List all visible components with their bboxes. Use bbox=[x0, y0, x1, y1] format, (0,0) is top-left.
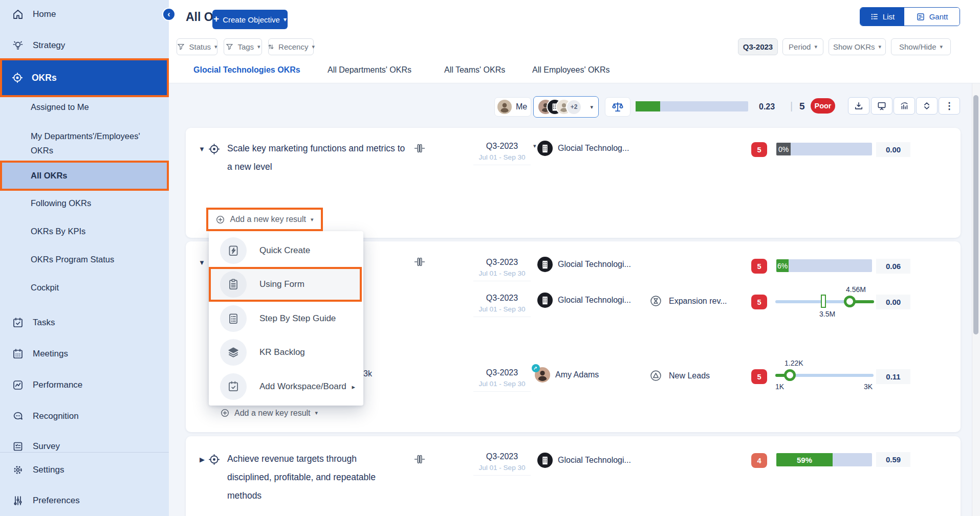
me-filter-chip[interactable]: Me bbox=[494, 97, 531, 117]
layers-icon bbox=[220, 339, 247, 366]
tab-all-departments-okrs[interactable]: All Departments' OKRs bbox=[328, 65, 411, 83]
download-icon bbox=[854, 101, 864, 111]
sidebar-item-tasks[interactable]: Tasks bbox=[11, 316, 55, 329]
recency-sort-label: Recency bbox=[278, 42, 308, 51]
show-okrs-filter-button[interactable]: Show OKRs ▾ bbox=[829, 38, 886, 55]
view-toggle: List Gantt bbox=[860, 7, 960, 26]
kr-owner[interactable]: Glocial Technologi... bbox=[537, 293, 631, 308]
menu-item-label: Step By Step Guide bbox=[259, 313, 336, 324]
sidebar-item-recognition[interactable]: Recognition bbox=[11, 410, 79, 423]
menu-item-label: KR Backlog bbox=[259, 347, 305, 357]
tab-all-employees-okrs[interactable]: All Employees' OKRs bbox=[532, 65, 610, 83]
owner-name: Glocial Technologi... bbox=[558, 260, 631, 269]
objective-owner[interactable]: Glocial Technologi... bbox=[537, 257, 631, 272]
sidebar-item-okrs-program-status[interactable]: OKRs Program Status bbox=[31, 255, 114, 264]
create-objective-button[interactable]: + Create Objective ▾ bbox=[212, 10, 288, 29]
sidebar-item-survey[interactable]: Survey bbox=[11, 440, 60, 453]
sidebar-collapse-button[interactable]: ‹ bbox=[162, 8, 176, 21]
menu-item-step-by-step-guide[interactable]: Step By Step Guide bbox=[209, 302, 363, 335]
overall-progress-bar bbox=[636, 101, 748, 111]
download-button[interactable] bbox=[848, 97, 869, 115]
objective-title[interactable]: Achieve revenue targets through discipli… bbox=[227, 450, 396, 505]
objective-card-3: ▶ Achieve revenue targets through discip… bbox=[186, 436, 961, 516]
list-view-button[interactable]: List bbox=[860, 8, 904, 26]
menu-item-label: Add Workspace/Board bbox=[259, 382, 346, 392]
highlight-box-all-okrs bbox=[0, 161, 169, 191]
scrollbar-thumb[interactable] bbox=[973, 95, 978, 334]
sidebar-item-cockpit[interactable]: Cockpit bbox=[31, 283, 59, 293]
menu-item-quick-create[interactable]: Quick Create bbox=[209, 234, 363, 267]
sidebar-item-following-okrs[interactable]: Following OKRs bbox=[31, 198, 91, 208]
sidebar-item-performance[interactable]: Performance bbox=[11, 378, 82, 392]
sidebar-item-assigned-to-me[interactable]: Assigned to Me bbox=[31, 102, 89, 112]
chevron-down-icon: ▾ bbox=[814, 43, 817, 50]
balance-filter-button[interactable] bbox=[605, 97, 630, 117]
kr-slider-current-label: 1.22K bbox=[785, 359, 803, 367]
funnel-icon bbox=[225, 42, 234, 51]
gantt-view-button[interactable]: Gantt bbox=[904, 8, 960, 26]
alignment-icon[interactable] bbox=[413, 453, 426, 465]
show-hide-filter-button[interactable]: Show/Hide ▾ bbox=[891, 38, 951, 55]
kr-owner[interactable]: Amy Adams bbox=[535, 367, 599, 383]
redo-badge-icon bbox=[532, 364, 540, 372]
menu-item-add-workspace-board[interactable]: Add Workspace/Board ▸ bbox=[209, 370, 363, 403]
company-logo-avatar bbox=[537, 293, 553, 308]
sidebar-item-my-departments-okrs[interactable]: My Departments'/Employees' OKRs bbox=[31, 129, 160, 158]
sidebar-item-home[interactable]: Home bbox=[11, 8, 56, 21]
sidebar-item-preferences[interactable]: Preferences bbox=[11, 494, 80, 507]
analytics-button[interactable] bbox=[894, 97, 915, 115]
more-options-button[interactable]: ⋮ bbox=[939, 97, 960, 115]
expander-closed-icon[interactable]: ▶ bbox=[200, 456, 205, 463]
tab-all-teams-okrs[interactable]: All Teams' OKRs bbox=[444, 65, 505, 83]
tab-label: All Teams' OKRs bbox=[444, 65, 505, 74]
add-key-result-button[interactable]: Add a new key result ▾ bbox=[220, 408, 318, 418]
kpi-ref[interactable]: New Leads bbox=[649, 369, 710, 383]
chevron-down-icon: ▾ bbox=[590, 104, 593, 110]
objective-owner[interactable]: Glocial Technologi... bbox=[537, 453, 631, 468]
expander-open-icon[interactable]: ▼ bbox=[199, 259, 205, 266]
period-filter-button[interactable]: Period ▾ bbox=[782, 38, 823, 55]
alignment-icon[interactable] bbox=[413, 142, 426, 154]
progress-label: 59% bbox=[776, 453, 833, 466]
kr-count: 5 bbox=[757, 262, 761, 271]
objective-title[interactable]: Scale key marketing functions and metric… bbox=[227, 139, 407, 176]
gantt-icon bbox=[916, 12, 925, 21]
sidebar-item-settings[interactable]: Settings bbox=[11, 463, 64, 477]
workspace-board-icon bbox=[220, 373, 247, 400]
kr-slider-handle[interactable] bbox=[844, 296, 856, 307]
kpi-name: Expansion rev... bbox=[669, 297, 727, 306]
sidebar-item-meetings[interactable]: Meetings bbox=[11, 347, 68, 361]
expand-collapse-all-button[interactable] bbox=[916, 97, 938, 115]
me-label: Me bbox=[516, 102, 527, 111]
avatar-overflow-count: +2 bbox=[571, 103, 578, 110]
tab-label: All Departments' OKRs bbox=[328, 65, 411, 74]
company-logo-avatar bbox=[537, 257, 553, 272]
tags-filter-button[interactable]: Tags ▾ bbox=[224, 38, 262, 55]
menu-item-using-form[interactable]: Using Form bbox=[209, 267, 363, 301]
expander-open-icon[interactable]: ▼ bbox=[199, 145, 205, 153]
sidebar-item-label: Home bbox=[33, 9, 56, 19]
kr-slider-current-label: 4.56M bbox=[846, 285, 866, 294]
presentation-button[interactable] bbox=[871, 97, 892, 115]
sidebar-item-okrs-by-kpis[interactable]: OKRs By KPIs bbox=[31, 227, 85, 236]
menu-item-kr-backlog[interactable]: KR Backlog bbox=[209, 335, 363, 369]
diamond-chevrons-icon bbox=[922, 101, 932, 111]
kr-slider-handle[interactable] bbox=[784, 369, 796, 381]
add-key-result-button[interactable]: Add a new key result ▾ bbox=[215, 215, 313, 225]
shared-avatars-filter[interactable]: +2 ▾ bbox=[533, 96, 599, 118]
company-logo-avatar bbox=[537, 453, 553, 468]
period-selector[interactable]: Q3-2023 Jul 01 - Sep 30 bbox=[473, 142, 531, 165]
objective-owner[interactable]: Glocial Technolog... bbox=[537, 141, 629, 156]
kpi-ref[interactable]: Expansion rev... bbox=[649, 294, 727, 308]
kr-slider-min-label: 1K bbox=[775, 383, 784, 391]
status-filter-button[interactable]: Status ▾ bbox=[177, 38, 217, 55]
alignment-icon[interactable] bbox=[413, 256, 426, 268]
tab-company-okrs[interactable]: Glocial Technologies OKRs bbox=[193, 65, 300, 83]
recency-sort-button[interactable]: Recency ▾ bbox=[268, 38, 314, 55]
sidebar-item-strategy[interactable]: Strategy bbox=[11, 39, 65, 52]
plus-icon: + bbox=[213, 13, 219, 25]
task-calendar-icon bbox=[11, 316, 25, 329]
avatar-overflow-badge: +2 bbox=[566, 99, 582, 115]
quarter-chip[interactable]: Q3-2023 bbox=[738, 38, 778, 55]
chevron-down-icon[interactable]: ▾ bbox=[533, 143, 536, 149]
